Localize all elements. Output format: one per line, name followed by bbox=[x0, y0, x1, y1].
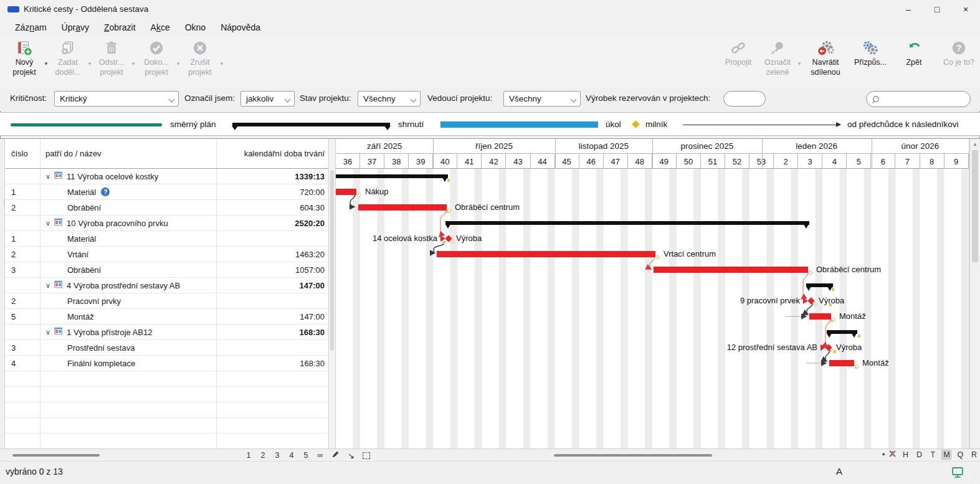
task-bar[interactable] bbox=[809, 313, 831, 320]
timescale-D[interactable]: D bbox=[914, 450, 924, 460]
col-header-duration[interactable]: kalendářní doba trvání bbox=[217, 139, 328, 168]
week-header[interactable]: 43 bbox=[506, 154, 530, 169]
week-header[interactable]: 36 bbox=[336, 154, 360, 169]
task-bar[interactable] bbox=[654, 267, 808, 273]
col-header-name[interactable]: patří do / název bbox=[40, 139, 217, 168]
new-project-button[interactable]: Novýprojekt▼ bbox=[4, 40, 45, 78]
project-leader-select[interactable]: Všechny bbox=[503, 91, 581, 107]
week-header[interactable]: 38 bbox=[384, 154, 409, 169]
month-header[interactable]: září 2025 bbox=[336, 139, 433, 153]
criticality-select[interactable]: Kritický bbox=[54, 91, 179, 107]
table-row-group[interactable]: ∨1 Výroba přístroje AB12168:30 bbox=[5, 325, 328, 340]
cancel-project-button[interactable]: Zrušitprojekt▼ bbox=[179, 40, 221, 78]
menu-item-napoveda[interactable]: Nápověda bbox=[214, 21, 267, 34]
dropdown-arrow-icon[interactable]: ▼ bbox=[131, 61, 136, 67]
chart-hscrollbar-thumb[interactable] bbox=[554, 454, 712, 457]
timescale-M[interactable]: M bbox=[941, 450, 951, 460]
zoom-preset-1[interactable]: 1 bbox=[245, 451, 252, 460]
week-header[interactable]: 44 bbox=[531, 154, 555, 169]
scroll-up-icon[interactable]: ▲ bbox=[973, 141, 978, 147]
week-header[interactable]: 40 bbox=[433, 154, 457, 169]
table-row[interactable]: 3Obrábění1057:00 bbox=[5, 262, 328, 278]
table-row[interactable]: 4Finální kompletace168:30 bbox=[5, 356, 328, 371]
menu-item-zobrazit[interactable]: Zobrazit bbox=[98, 21, 142, 34]
tools-icon[interactable] bbox=[888, 450, 897, 460]
customize-button[interactable]: Přizpůs... bbox=[850, 40, 891, 67]
task-bar[interactable] bbox=[336, 189, 356, 195]
link-button[interactable]: Propojit bbox=[718, 40, 759, 67]
table-row[interactable]: 1Materiál?720:00 bbox=[5, 184, 328, 200]
collapse-chevron-icon[interactable]: ∨ bbox=[45, 219, 50, 227]
week-header[interactable]: 42 bbox=[482, 154, 506, 169]
month-header[interactable]: listopad 2025 bbox=[555, 139, 652, 153]
timescale-R[interactable]: R bbox=[969, 450, 979, 460]
week-header[interactable]: 8 bbox=[920, 154, 944, 169]
timescale-Q[interactable]: Q bbox=[955, 450, 965, 460]
marked-select[interactable]: jakkoliv bbox=[240, 91, 295, 107]
search-input[interactable] bbox=[883, 93, 968, 107]
month-header[interactable]: leden 2026 bbox=[762, 139, 872, 153]
collapse-chevron-icon[interactable]: ∨ bbox=[45, 328, 50, 336]
week-header[interactable]: 52 bbox=[725, 154, 749, 169]
dropdown-arrow-icon[interactable]: ▼ bbox=[219, 61, 224, 67]
dropdown-arrow-icon[interactable]: ▼ bbox=[797, 61, 802, 67]
complete-project-button[interactable]: Doko...projekt▼ bbox=[136, 40, 177, 78]
whats-this-button[interactable]: ?Co je to? bbox=[938, 40, 979, 67]
week-header[interactable]: 5 bbox=[847, 154, 871, 169]
week-header[interactable]: 45 bbox=[555, 154, 579, 169]
vertical-scrollbar[interactable]: ▲ bbox=[969, 139, 980, 449]
table-row[interactable]: 1Materiál bbox=[5, 231, 328, 247]
week-header[interactable]: 39 bbox=[409, 154, 433, 169]
menu-item-zaznam[interactable]: Záznam bbox=[9, 21, 53, 34]
summary-bar[interactable] bbox=[336, 174, 448, 178]
resize-grip[interactable]: ⋰ bbox=[971, 476, 978, 482]
week-header[interactable]: 6 bbox=[871, 154, 895, 169]
timescale-H[interactable]: H bbox=[900, 450, 910, 460]
week-header[interactable]: 3 bbox=[798, 154, 822, 169]
timescale-T[interactable]: T bbox=[928, 450, 938, 460]
maximize-button[interactable]: □ bbox=[923, 0, 951, 19]
minimize-button[interactable]: – bbox=[894, 0, 923, 19]
vertical-scrollbar-thumb[interactable] bbox=[972, 150, 978, 262]
menu-item-upravy[interactable]: Úpravy bbox=[55, 21, 95, 34]
week-header[interactable]: 4 bbox=[822, 154, 847, 169]
table-row[interactable]: 3Prostřední sestava bbox=[5, 340, 328, 356]
diagonal-arrow-icon[interactable]: ↘ bbox=[348, 451, 354, 460]
task-bar[interactable] bbox=[358, 204, 447, 211]
week-header[interactable]: 47 bbox=[604, 154, 628, 169]
task-bar[interactable] bbox=[437, 251, 655, 257]
close-button[interactable]: × bbox=[951, 0, 980, 19]
month-header[interactable]: únor 2026 bbox=[872, 139, 969, 153]
week-header[interactable]: 41 bbox=[457, 154, 482, 169]
week-header[interactable]: 37 bbox=[360, 154, 384, 169]
zoom-preset-2[interactable]: 2 bbox=[260, 451, 266, 460]
zoom-preset-3[interactable]: 3 bbox=[274, 451, 280, 460]
search-box[interactable] bbox=[866, 91, 971, 107]
enter-completion-button[interactable]: Zadatdoděl...▼ bbox=[47, 40, 88, 78]
table-row[interactable]: 2Obrábění604:30 bbox=[5, 200, 328, 216]
undo-button[interactable]: Zpět bbox=[893, 40, 935, 67]
chart-inner-scrollbar[interactable] bbox=[328, 139, 336, 449]
week-header[interactable]: 9 bbox=[944, 154, 969, 169]
table-row-group[interactable]: ∨4 Výroba prostřední sestavy AB147:00 bbox=[5, 278, 328, 293]
month-header[interactable]: říjen 2025 bbox=[433, 139, 554, 153]
table-row-group[interactable]: ∨11 Výroba ocelové kostky1339:13 bbox=[5, 169, 328, 184]
product-reserved-input[interactable] bbox=[723, 91, 766, 107]
week-header[interactable]: 51 bbox=[701, 154, 725, 169]
fit-selection-icon[interactable] bbox=[363, 452, 370, 459]
week-header[interactable]: 7 bbox=[895, 154, 920, 169]
week-header[interactable]: 48 bbox=[628, 154, 652, 169]
table-row[interactable]: 2Vrtání1463:20 bbox=[5, 247, 328, 262]
pen-icon[interactable] bbox=[331, 450, 340, 460]
month-header[interactable]: prosinec 2025 bbox=[652, 139, 762, 153]
remove-project-button[interactable]: Odstr...projekt▼ bbox=[91, 40, 132, 78]
table-row[interactable]: 2Pracovní prvky bbox=[5, 293, 328, 309]
collapse-chevron-icon[interactable]: ∨ bbox=[45, 173, 50, 181]
menu-item-okno[interactable]: Okno bbox=[179, 21, 212, 34]
zoom-preset-5[interactable]: 5 bbox=[303, 451, 309, 460]
menu-item-akce[interactable]: Akce bbox=[145, 21, 176, 34]
week-header[interactable]: 2 bbox=[774, 154, 798, 169]
zoom-preset-∞[interactable]: ∞ bbox=[317, 451, 323, 460]
zoom-preset-4[interactable]: 4 bbox=[288, 451, 295, 460]
table-row[interactable]: 5Montáž147:00 bbox=[5, 309, 328, 325]
